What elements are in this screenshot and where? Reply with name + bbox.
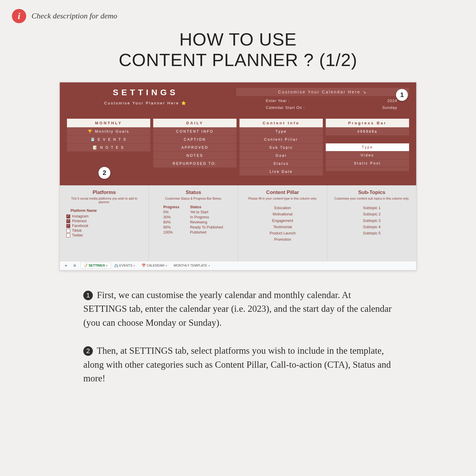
step-1-text: First, we can customise the yearly calen… <box>83 290 392 328</box>
calendar-customise-header: Customise Your Calendar Here ↘ <box>236 88 409 96</box>
info-goal[interactable]: Goal <box>239 152 323 160</box>
notes-cell[interactable]: 📝 N O T E S <box>67 144 150 152</box>
chevron-down-icon: ▾ <box>209 264 210 267</box>
daily-caption[interactable]: CAPTION <box>153 136 237 144</box>
progress-column: Progress Bar #969d8a Type Video Static P… <box>326 119 409 176</box>
events-cell[interactable]: 📇 E V E N T S <box>67 136 150 144</box>
status-column: Status Customise Status & Progress Bar B… <box>149 185 238 261</box>
info-type[interactable]: Type <box>239 128 323 136</box>
pillar-sub: Please fill in your content type in this… <box>244 197 322 200</box>
daily-content-info[interactable]: CONTENT INFO <box>153 128 237 136</box>
checkbox-icon[interactable] <box>66 224 70 228</box>
platform-name: Instagram <box>72 214 89 218</box>
calendar-customise-box: Customise Your Calendar Here ↘ Enter Yea… <box>236 88 409 111</box>
step-1-number: 1 <box>83 291 93 300</box>
daily-approved[interactable]: APPROVED <box>153 144 237 152</box>
daily-head: DAILY <box>153 119 237 128</box>
progress-static[interactable]: Static Post <box>326 159 409 167</box>
platform-row[interactable]: Pinterest <box>66 219 143 223</box>
enter-year-label: Enter Year : <box>266 98 290 103</box>
progress-empty[interactable] <box>326 167 409 171</box>
platforms-sub: Tick 5 social media platforms you wish t… <box>65 197 143 204</box>
progress-head: Progress Bar <box>326 119 409 128</box>
progress-col-head: Progress <box>163 205 184 209</box>
status-value: Reviewing <box>190 220 233 224</box>
daily-repurposed[interactable]: REPURPOSED TO: <box>153 160 237 168</box>
chevron-down-icon: ▾ <box>106 264 108 267</box>
subtopic-item: Subtopic 5 <box>333 230 411 237</box>
checkbox-icon[interactable] <box>66 214 70 218</box>
info-livedate[interactable]: Live Date <box>239 168 323 176</box>
checkbox-icon[interactable] <box>66 229 70 233</box>
sheet-tab[interactable]: MONTHLY TEMPLATE▾ <box>170 262 213 269</box>
calendar-start-row[interactable]: Calendar Start On : Sunday <box>236 104 409 111</box>
info-status[interactable]: Status <box>239 160 323 168</box>
platform-name: Twitter <box>72 233 83 237</box>
chevron-down-icon: ▾ <box>166 264 167 267</box>
progress-value: 100% <box>163 230 184 234</box>
progress-value: 30% <box>163 215 184 219</box>
title-line-2: CONTENT PLANNER ? (1/2) <box>119 50 357 70</box>
calendar-start-label: Calendar Start On : <box>266 105 305 110</box>
sheet-header: SETTINGS Customise Your Planner Here ⭐ C… <box>60 82 416 185</box>
progress-value: 60% <box>163 220 184 224</box>
callout-badge-1: 1 <box>396 89 408 101</box>
platform-name: Pinterest <box>72 219 87 223</box>
progress-color-code[interactable]: #969d8a <box>326 128 409 136</box>
status-value: Yet to Start <box>190 210 233 214</box>
pillar-item: Product Launch <box>244 230 322 237</box>
progress-value: 80% <box>163 225 184 229</box>
sheet-tab[interactable]: 📝 SETTINGS▾ <box>80 262 111 269</box>
sheet-tab[interactable]: 📇 EVENTS▾ <box>111 262 138 269</box>
info-icon: i <box>12 9 26 23</box>
platform-name-head: Platform Name <box>71 209 143 213</box>
title-line-1: HOW TO USE <box>179 29 297 49</box>
enter-year-value: 2024 <box>387 98 397 103</box>
status-title: Status <box>154 190 233 195</box>
platform-row[interactable]: Twitter <box>66 233 143 238</box>
daily-notes[interactable]: NOTES <box>153 152 237 160</box>
platform-row[interactable]: Instagram <box>66 214 143 219</box>
settings-title: SETTINGS <box>67 88 224 97</box>
progress-video[interactable]: Video <box>326 151 409 159</box>
content-info-column: Content Info Type Content Pillar Sub Top… <box>239 119 323 176</box>
platform-name: Tiktok <box>72 228 82 233</box>
pillar-item: Engagement <box>244 218 322 224</box>
top-info-bar: i Check description for demo <box>12 9 464 23</box>
subtopics-sub: Customise your content sub topics in thi… <box>333 197 411 200</box>
info-subtopic[interactable]: Sub Topic <box>239 144 323 152</box>
platform-row[interactable]: Facebook <box>66 223 143 228</box>
pillar-item: Education <box>244 205 322 211</box>
settings-subtitle: Customise Your Planner Here ⭐ <box>67 101 224 105</box>
instructions: 1 First, we can customise the yearly cal… <box>83 288 393 386</box>
subtopic-item: Subtopic 4 <box>333 224 411 230</box>
settings-columns: MONTHLY 🏆 Monthly Goals 📇 E V E N T S 📝 … <box>67 119 409 176</box>
checkbox-icon[interactable] <box>66 234 70 237</box>
page-title: HOW TO USE CONTENT PLANNER ? (1/2) <box>12 29 464 70</box>
pillar-item: Testimonial <box>244 224 322 230</box>
platform-name: Facebook <box>72 224 88 228</box>
subtopics-column: Sub-Topics Customise your content sub to… <box>327 185 416 261</box>
status-value: In Progress <box>190 215 233 219</box>
daily-column: DAILY CONTENT INFO CAPTION APPROVED NOTE… <box>153 119 237 176</box>
pillar-item: Motivational <box>244 211 322 217</box>
status-value: Published <box>190 230 233 234</box>
progress-type-head: Type <box>326 143 409 151</box>
status-col-head: Status <box>190 205 233 209</box>
sheet-tab[interactable]: 📅 CALENDAR▾ <box>138 262 170 269</box>
platforms-title: Platforms <box>65 190 143 195</box>
all-sheets-button[interactable]: ≡ <box>71 263 78 268</box>
checkbox-icon[interactable] <box>66 219 70 223</box>
sheet-tabs-bar: + ≡ 📝 SETTINGS▾📇 EVENTS▾📅 CALENDAR▾MONTH… <box>60 261 416 270</box>
content-pillar-column: Content Pillar Please fill in your conte… <box>238 185 328 261</box>
instruction-step-2: 2 Then, at SETTINGS tab, select platform… <box>83 344 393 386</box>
info-pillar[interactable]: Content Pillar <box>239 136 323 144</box>
calendar-year-row[interactable]: Enter Year : 2024 <box>236 97 409 104</box>
platform-row[interactable]: Tiktok <box>66 228 143 233</box>
monthly-goals-cell[interactable]: 🏆 Monthly Goals <box>67 128 150 136</box>
top-info-text: Check description for demo <box>32 12 117 21</box>
monthly-column: MONTHLY 🏆 Monthly Goals 📇 E V E N T S 📝 … <box>67 119 150 176</box>
add-sheet-button[interactable]: + <box>63 263 69 268</box>
subtopics-title: Sub-Topics <box>333 190 411 195</box>
pillar-title: Content Pillar <box>244 190 322 195</box>
